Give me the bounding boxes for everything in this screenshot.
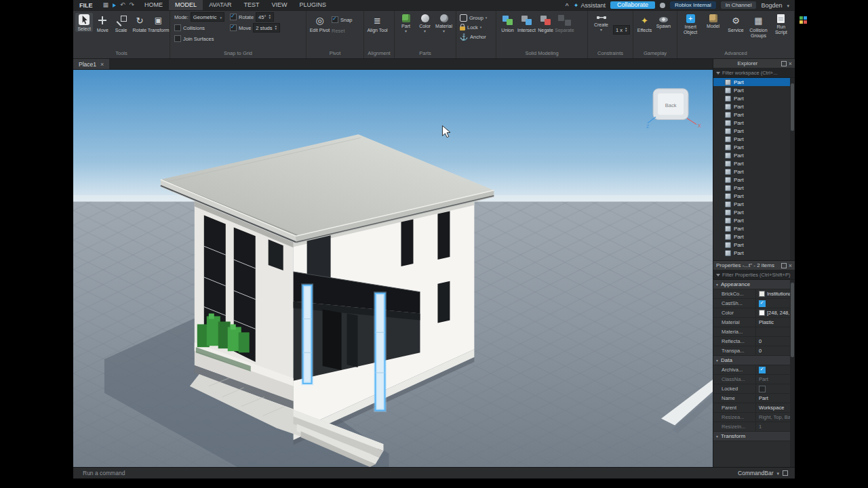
- pivot-reset-button[interactable]: Reset: [332, 26, 353, 35]
- place-tab[interactable]: Place1: [73, 59, 109, 69]
- avatar[interactable]: [660, 3, 665, 8]
- ribbon-button-insert-object[interactable]: Insert Object: [679, 13, 701, 35]
- explorer-item-part[interactable]: Part: [713, 176, 795, 184]
- mode-dropdown[interactable]: Geometric: [191, 12, 224, 22]
- property-value[interactable]: [755, 365, 795, 374]
- pivot-snap-toggle[interactable]: Snap: [332, 16, 353, 24]
- view-cube-face-label[interactable]: Back: [665, 102, 677, 108]
- property-value[interactable]: Institutional: [755, 289, 795, 298]
- explorer-item-part[interactable]: Part: [713, 208, 795, 216]
- stepper-arrows-icon[interactable]: [625, 27, 627, 33]
- undo-icon[interactable]: [120, 2, 125, 8]
- ribbon-toggle-lock[interactable]: Lock▾: [458, 22, 483, 32]
- explorer-item-part[interactable]: Part: [713, 224, 795, 232]
- menu-tab-test[interactable]: TEST: [237, 0, 265, 10]
- property-value[interactable]: Part: [755, 375, 795, 384]
- explorer-item-part[interactable]: Part: [713, 192, 795, 200]
- property-value[interactable]: Part: [755, 394, 795, 403]
- checkbox[interactable]: [759, 386, 766, 392]
- collisions-toggle[interactable]: Collisions: [174, 24, 224, 32]
- ribbon-button-scale[interactable]: Scale: [113, 13, 130, 33]
- menu-grid-icon[interactable]: [103, 2, 109, 8]
- ribbon-button-color[interactable]: Color▾: [416, 13, 434, 34]
- property-value[interactable]: 0: [755, 346, 795, 355]
- chevron-down-icon[interactable]: [787, 2, 789, 9]
- menu-tab-plugins[interactable]: PLUGINS: [294, 0, 333, 10]
- rotate-snap-input[interactable]: 45°: [256, 12, 274, 22]
- property-value[interactable]: [755, 384, 795, 393]
- explorer-item-part[interactable]: Part: [713, 232, 795, 241]
- explorer-item-part[interactable]: Part: [713, 78, 795, 86]
- collaborate-button[interactable]: Collaborate: [610, 1, 655, 9]
- stepper-arrows-icon[interactable]: [275, 25, 277, 30]
- explorer-item-part[interactable]: Part: [713, 102, 795, 110]
- explorer-item-part[interactable]: Part: [713, 143, 795, 151]
- play-icon[interactable]: [113, 3, 116, 7]
- property-value[interactable]: Workspace: [755, 403, 795, 412]
- section-header-appearance[interactable]: ▼Appearance: [713, 280, 795, 289]
- ribbon-toggle-anchor[interactable]: Anchor: [458, 32, 488, 41]
- scrollbar-thumb[interactable]: [791, 283, 794, 357]
- explorer-item-part[interactable]: Part: [713, 94, 795, 102]
- ribbon-button-spawn[interactable]: Spawn: [654, 13, 673, 29]
- move-snap-checkbox[interactable]: [230, 24, 237, 31]
- property-value[interactable]: 0: [755, 337, 795, 346]
- explorer-item-part[interactable]: Part: [713, 249, 795, 257]
- ribbon-button-run-script[interactable]: Run Script: [770, 13, 792, 35]
- join-surfaces-checkbox[interactable]: [174, 35, 181, 42]
- panel-menu-icon[interactable]: [783, 470, 788, 476]
- panel-menu-icon[interactable]: [781, 61, 787, 66]
- explorer-item-part[interactable]: Part: [713, 241, 795, 249]
- edit-pivot-button[interactable]: Edit Pivot: [309, 13, 331, 33]
- checkbox[interactable]: [759, 300, 766, 307]
- selected-part-pillar-2[interactable]: [376, 293, 385, 411]
- command-bar-selector[interactable]: CommandBar: [738, 470, 773, 476]
- collapse-ribbon-icon[interactable]: [566, 2, 569, 9]
- menu-tab-avatar[interactable]: AVATAR: [203, 0, 237, 10]
- explorer-item-part[interactable]: Part: [713, 200, 795, 208]
- create-constraint-button[interactable]: Create ▾: [590, 13, 612, 33]
- chevron-down-icon[interactable]: [776, 470, 779, 476]
- explorer-item-part[interactable]: Part: [713, 119, 795, 127]
- properties-scrollbar[interactable]: [790, 280, 795, 467]
- channel-badge[interactable]: In Channel: [721, 1, 757, 9]
- ribbon-button-separate[interactable]: Separate: [555, 13, 574, 33]
- close-icon[interactable]: [100, 61, 104, 68]
- ribbon-button-rotate[interactable]: Rotate: [131, 13, 149, 33]
- ribbon-button-transform[interactable]: Transform: [149, 13, 167, 33]
- explorer-item-part[interactable]: Part: [713, 135, 795, 143]
- join-surfaces-toggle[interactable]: Join Surfaces: [174, 35, 224, 43]
- ribbon-button-material[interactable]: Material▾: [435, 13, 453, 34]
- property-value[interactable]: Right, Top, Bac...: [755, 413, 795, 422]
- pivot-snap-checkbox[interactable]: [332, 16, 338, 23]
- properties-header[interactable]: Properties -...t" - 2 items: [713, 261, 795, 270]
- selected-part-pillar-1[interactable]: [303, 285, 312, 384]
- explorer-header[interactable]: Explorer: [713, 59, 795, 68]
- align-tool-button[interactable]: Align Tool: [366, 13, 389, 33]
- redo-icon[interactable]: [130, 2, 135, 8]
- properties-filter-input[interactable]: Filter Properties (Ctrl+Shift+P): [713, 270, 795, 280]
- menu-tab-home[interactable]: HOME: [138, 0, 169, 10]
- explorer-item-part[interactable]: Part: [713, 167, 795, 176]
- move-snap-input[interactable]: 2 studs: [253, 23, 280, 33]
- menu-tab-model[interactable]: MODEL: [169, 0, 203, 10]
- checkbox[interactable]: [759, 367, 766, 373]
- ribbon-button-effects[interactable]: Effects: [635, 13, 654, 33]
- explorer-item-part[interactable]: Part: [713, 110, 795, 119]
- property-value[interactable]: [755, 299, 795, 308]
- ribbon-button-part[interactable]: Part▾: [397, 13, 415, 34]
- explorer-scrollbar[interactable]: [790, 78, 795, 260]
- property-value[interactable]: 1: [755, 422, 795, 431]
- ribbon-button-model[interactable]: Model: [702, 13, 724, 29]
- explorer-item-part[interactable]: Part: [713, 127, 795, 135]
- explorer-item-part[interactable]: Part: [713, 86, 795, 94]
- section-header-transform[interactable]: ▼Transform: [713, 432, 795, 441]
- constraint-scale-input[interactable]: 1 x: [613, 25, 630, 35]
- panel-menu-icon[interactable]: [781, 263, 787, 268]
- ribbon-button-service[interactable]: Service: [725, 13, 747, 33]
- assistant-button[interactable]: Assistant: [574, 2, 606, 9]
- explorer-item-part[interactable]: Part: [713, 184, 795, 192]
- username[interactable]: Bogden: [761, 2, 782, 9]
- ribbon-button-select[interactable]: Select: [75, 13, 93, 32]
- collisions-checkbox[interactable]: [174, 24, 181, 31]
